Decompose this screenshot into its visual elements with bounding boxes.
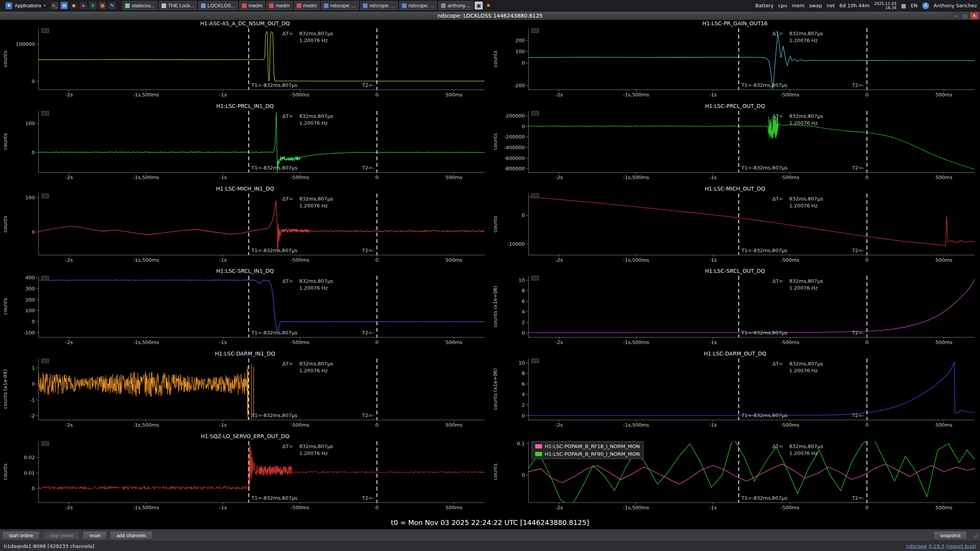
svg-text:ΔT=: ΔT=	[283, 31, 293, 36]
claw-icon[interactable]: ✹	[484, 2, 492, 10]
x-tick-label: -500ms	[781, 422, 799, 428]
maximize-button[interactable]: ▢	[961, 12, 969, 20]
package-icon[interactable]: ▦	[99, 2, 106, 9]
taskbar-window-button[interactable]: medm	[239, 1, 265, 10]
share-icon[interactable]: ⋔	[89, 2, 96, 9]
plot-legend	[531, 28, 539, 33]
monitor-cpu[interactable]: cpu	[778, 3, 787, 8]
traces	[528, 362, 975, 416]
taskbar-window-button[interactable]: LOCKLOS...	[198, 1, 238, 10]
x-tick-label: -1s	[219, 339, 227, 345]
taskbar-window-button[interactable]: medm	[266, 1, 292, 10]
firefox-icon[interactable]: ●	[70, 2, 77, 9]
active-window-icon[interactable]: ▣	[475, 2, 483, 10]
keyboard-layout[interactable]: EN	[911, 3, 918, 8]
legend-swatch	[535, 452, 542, 456]
plot-panel[interactable]: H1:LSC-SRCL_IN1_DQ -1000100200300400-2s-…	[0, 267, 490, 350]
plot-panel[interactable]: H1:LSC-PRCL_IN1_DQ 0100-2s-1s,500ms-1s-5…	[0, 103, 490, 185]
corner-grip-icon[interactable]	[972, 533, 978, 538]
close-button[interactable]: ✕	[970, 12, 978, 20]
plot-panel[interactable]: H1:LSC-MICH_OUT_DQ 0-10000-2s-1s,500ms-1…	[490, 185, 980, 268]
legend-entry: H1:LSC-POPAIR_B_RF90_I_NORM_MON	[535, 451, 640, 457]
taskbar-window-button[interactable]: THE Lock...	[159, 1, 197, 10]
plot-panel[interactable]: H1:ASC-AS_A_DC_NSUM_OUT_DQ 0100000-2s-1s…	[0, 20, 490, 103]
taskbar-window-button[interactable]: ndscope: ...	[399, 1, 437, 10]
report-bug-link[interactable]: (report bug)	[946, 543, 976, 549]
window-label: LOCKLOS...	[207, 3, 235, 8]
plot-panel[interactable]: H1:LSC-SRCL_OUT_DQ 0246810-2s-1s,500ms-1…	[490, 267, 980, 350]
y-tick-label: 0	[32, 486, 35, 491]
status-bar: h1daqnds1:8088 [429233 channels] ndscope…	[0, 541, 980, 551]
monitor-swap[interactable]: swap	[809, 3, 822, 8]
plot-panel[interactable]: H1:SQZ-LO_SERVO_ERR_OUT_DQ 00.010.02-2s-…	[0, 433, 490, 515]
svg-text:ΔT=: ΔT=	[283, 443, 293, 449]
plot-canvas[interactable]: 0246810-2s-1s,500ms-1s-500ms0500mscounts…	[490, 274, 980, 350]
plot-canvas[interactable]: -2-101-2s-1s,500ms-1s-500ms0500mscounts …	[0, 357, 490, 433]
svg-text:1.20076 Hz: 1.20076 Hz	[299, 450, 328, 456]
start-online-button[interactable]: start online	[2, 531, 40, 540]
plot-canvas[interactable]: -2000100200-2s-1s,500ms-1s-500ms0500msco…	[490, 27, 980, 103]
plot-panel[interactable]: 00.1-2s-1s,500ms-1s-500ms0500mscountsT1=…	[490, 433, 980, 515]
clock[interactable]: 2025-11-0316:34	[874, 2, 897, 10]
y-tick-label: 100	[515, 49, 525, 54]
t1-cursor-label: T1=-832ms,807µs	[251, 495, 297, 501]
y-tick-label: 6	[522, 381, 525, 387]
applications-menu[interactable]: ❖ Applications ▾	[3, 2, 48, 10]
taskbar-window-button[interactable]: ndscope: ...	[360, 1, 398, 10]
svg-text:1.20076 Hz: 1.20076 Hz	[789, 37, 818, 43]
add-channels-button[interactable]: add channels	[110, 531, 152, 540]
x-tick-label: -1s,500ms	[133, 257, 159, 263]
plot-canvas[interactable]: 0-10000-2s-1s,500ms-1s-500ms0500mscounts…	[490, 192, 980, 268]
file-manager-icon[interactable]: ▤	[60, 2, 68, 9]
dt-annotation: ΔT=832ms,807µs1.20076 Hz	[773, 31, 823, 43]
minimize-button[interactable]: –	[952, 12, 960, 20]
plot-panel[interactable]: H1:LSC-MICH_IN1_DQ 0100-2s-1s,500ms-1s-5…	[0, 185, 490, 268]
plot-panel[interactable]: H1:LSC-PRCL_OUT_DQ 2000000-200000-400000…	[490, 103, 980, 185]
plot-canvas[interactable]: 0100000-2s-1s,500ms-1s-500ms0500mscounts…	[0, 27, 490, 103]
y-axis-label: counts	[2, 51, 8, 67]
x-tick-label: -1s,500ms	[623, 339, 649, 345]
monitor-battery[interactable]: Battery	[755, 3, 774, 8]
terminal-icon[interactable]: >_	[51, 2, 58, 9]
svg-text:832ms,807µs: 832ms,807µs	[789, 113, 823, 119]
version-link[interactable]: 0.19.3	[929, 543, 944, 549]
taskbar-window-button[interactable]: medm	[294, 1, 320, 10]
monitor-mem[interactable]: mem	[792, 3, 804, 8]
plot-panel[interactable]: H1:LSC-PR_GAIN_OUT16 -2000100200-2s-1s,5…	[490, 20, 980, 103]
plot-canvas[interactable]: 0100-2s-1s,500ms-1s-500ms0500mscountsT1=…	[0, 192, 490, 268]
ndscope-link[interactable]: ndscope	[906, 543, 927, 549]
svg-text:1.20076 Hz: 1.20076 Hz	[299, 285, 328, 291]
t2-cursor-label: T2=-	[852, 495, 864, 501]
x-tick-label: 0	[375, 422, 378, 428]
stop-online-button[interactable]: stop online	[43, 531, 80, 540]
reset-button[interactable]: reset	[83, 531, 107, 540]
legend-swatch	[535, 444, 542, 448]
monitor-net[interactable]: net	[826, 3, 835, 8]
help-icon[interactable]: ◆	[80, 2, 87, 9]
clock-date: 2025-11-03	[874, 2, 897, 6]
plot-canvas[interactable]: 2000000-200000-400000-600000-800000-2s-1…	[490, 109, 980, 185]
x-tick-label: -1s	[709, 92, 717, 98]
keyboard-grid-icon[interactable]: ▦	[901, 3, 906, 9]
x-tick-label: 0	[865, 505, 868, 510]
taskbar-window-button[interactable]: ndscope: ...	[321, 1, 359, 10]
plot-panel[interactable]: H1:LSC-DARM_IN1_DQ -2-101-2s-1s,500ms-1s…	[0, 350, 490, 433]
dt-annotation: ΔT=832ms,807µs1.20076 Hz	[773, 196, 823, 209]
user-avatar[interactable]: A	[922, 2, 929, 9]
svg-text:1.20076 Hz: 1.20076 Hz	[299, 37, 328, 43]
taskbar-window-button[interactable]: statecou...	[122, 1, 157, 10]
plot-panel[interactable]: H1:LSC-DARM_OUT_DQ 0246810-2s-1s,500ms-1…	[490, 350, 980, 433]
window-label: ndscope: ...	[330, 3, 356, 8]
plot-canvas[interactable]: 00.010.02-2s-1s,500ms-1s-500ms0500mscoun…	[0, 440, 490, 515]
snapshot-button[interactable]: snapshot	[934, 531, 967, 540]
plot-title: H1:LSC-DARM_OUT_DQ	[490, 350, 980, 357]
t0-bar: t0 = Mon Nov 03 2025 22:24:22 UTC [14462…	[0, 515, 980, 529]
y-tick-label: 0	[32, 150, 35, 155]
taskbar-window-button[interactable]: anthony....	[438, 1, 473, 10]
editor-icon[interactable]: ✎	[108, 2, 116, 9]
plot-canvas[interactable]: 0100-2s-1s,500ms-1s-500ms0500mscountsT1=…	[0, 109, 490, 185]
t2-cursor-label: T2=-	[362, 248, 374, 253]
x-tick-label: -500ms	[291, 257, 309, 263]
plot-canvas[interactable]: 0246810-2s-1s,500ms-1s-500ms0500mscounts…	[490, 357, 980, 433]
plot-canvas[interactable]: -1000100200300400-2s-1s,500ms-1s-500ms05…	[0, 274, 490, 350]
